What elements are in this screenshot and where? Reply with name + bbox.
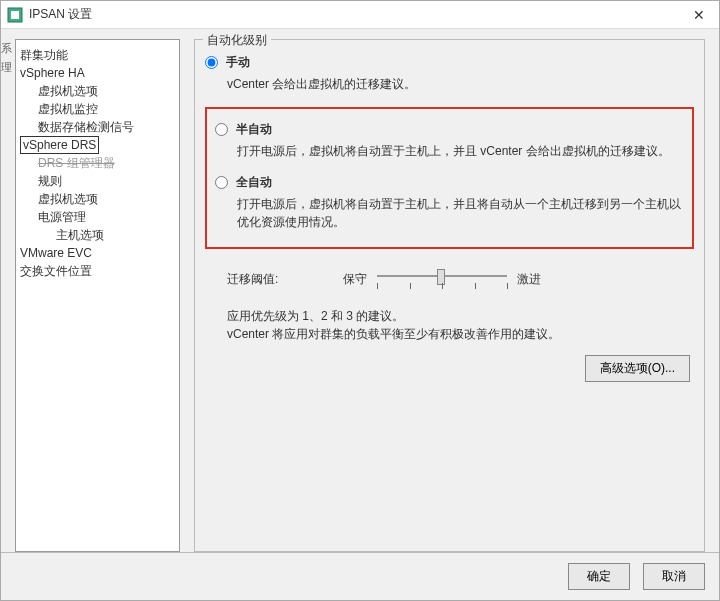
radio-auto[interactable]	[215, 176, 228, 189]
sidebar-item-host-opts[interactable]: 主机选项	[20, 226, 175, 244]
recommendation-note: 应用优先级为 1、2 和 3 的建议。 vCenter 将应用对群集的负载平衡至…	[227, 307, 694, 343]
dialog-body: 系理 群集功能 vSphere HA 虚拟机选项 虚拟机监控 数据存储检测信号 …	[1, 29, 719, 552]
content-pane: 自动化级别 手动 vCenter 会给出虚拟机的迁移建议。 半自动 打开电源后，…	[180, 39, 719, 552]
radio-manual[interactable]	[205, 56, 218, 69]
slider-max-label: 激进	[517, 271, 541, 288]
note-line2: vCenter 将应用对群集的负载平衡至少有积极改善作用的建议。	[227, 325, 694, 343]
slider-min-label: 保守	[307, 271, 367, 288]
radio-manual-label: 手动	[226, 54, 250, 71]
sidebar-item-drs-groups[interactable]: DRS 组管理器	[20, 154, 175, 172]
sidebar-item-ha[interactable]: vSphere HA	[20, 64, 175, 82]
sidebar-item-vm-monitor[interactable]: 虚拟机监控	[20, 100, 175, 118]
titlebar: IPSAN 设置 ✕	[1, 1, 719, 29]
sidebar-item-swap[interactable]: 交换文件位置	[20, 262, 175, 280]
radio-semi-desc: 打开电源后，虚拟机将自动置于主机上，并且 vCenter 会给出虚拟机的迁移建议…	[237, 142, 684, 160]
sidebar-item-vm-opts2[interactable]: 虚拟机选项	[20, 190, 175, 208]
sidebar-item-rules[interactable]: 规则	[20, 172, 175, 190]
radio-auto-desc: 打开电源后，虚拟机将自动置于主机上，并且将自动从一个主机迁移到另一个主机以优化资…	[237, 195, 684, 231]
sidebar-item-evc[interactable]: VMware EVC	[20, 244, 175, 262]
window-title: IPSAN 设置	[29, 6, 685, 23]
threshold-row: 迁移阈值: 保守 激进	[227, 269, 694, 289]
radio-auto-row: 全自动	[215, 174, 684, 191]
settings-dialog: IPSAN 设置 ✕ 系理 群集功能 vSphere HA 虚拟机选项 虚拟机监…	[0, 0, 720, 601]
sidebar-item-power[interactable]: 电源管理	[20, 208, 175, 226]
migration-slider[interactable]	[377, 269, 507, 289]
radio-manual-desc: vCenter 会给出虚拟机的迁移建议。	[227, 75, 694, 93]
vertical-strip: 系理	[1, 39, 5, 552]
sidebar-tree: 群集功能 vSphere HA 虚拟机选项 虚拟机监控 数据存储检测信号 vSp…	[15, 39, 180, 552]
cancel-button[interactable]: 取消	[643, 563, 705, 590]
groupbox-title: 自动化级别	[203, 32, 271, 49]
threshold-label: 迁移阈值:	[227, 271, 307, 288]
advanced-button[interactable]: 高级选项(O)...	[585, 355, 690, 382]
radio-semi[interactable]	[215, 123, 228, 136]
note-line1: 应用优先级为 1、2 和 3 的建议。	[227, 307, 694, 325]
sidebar-item-drs[interactable]: vSphere DRS	[20, 136, 99, 154]
close-button[interactable]: ✕	[685, 3, 713, 27]
radio-manual-row: 手动	[205, 54, 694, 71]
advanced-row: 高级选项(O)...	[205, 343, 694, 390]
dialog-footer: 确定 取消	[1, 552, 719, 600]
automation-groupbox: 自动化级别 手动 vCenter 会给出虚拟机的迁移建议。 半自动 打开电源后，…	[194, 39, 705, 552]
app-icon	[7, 7, 23, 23]
radio-auto-label: 全自动	[236, 174, 272, 191]
highlight-box: 半自动 打开电源后，虚拟机将自动置于主机上，并且 vCenter 会给出虚拟机的…	[205, 107, 694, 249]
radio-semi-row: 半自动	[215, 121, 684, 138]
sidebar-item-vm-options[interactable]: 虚拟机选项	[20, 82, 175, 100]
sidebar-item-datastore[interactable]: 数据存储检测信号	[20, 118, 175, 136]
ok-button[interactable]: 确定	[568, 563, 630, 590]
radio-semi-label: 半自动	[236, 121, 272, 138]
sidebar-item-cluster[interactable]: 群集功能	[20, 46, 175, 64]
svg-rect-1	[11, 11, 19, 19]
